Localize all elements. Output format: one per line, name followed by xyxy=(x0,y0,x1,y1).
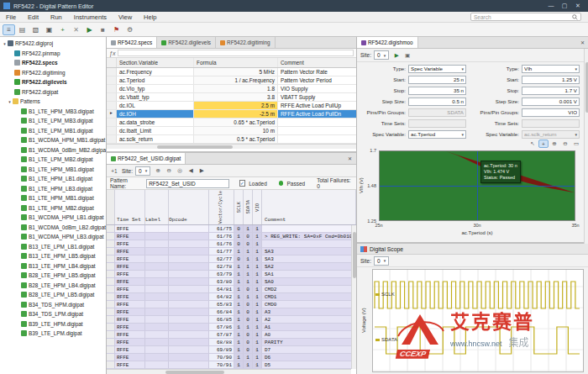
pattern-cell-opcode[interactable] xyxy=(169,308,209,315)
pattern-cell-sclk[interactable]: 1 xyxy=(234,248,244,255)
pattern-cell-label[interactable] xyxy=(145,248,169,255)
comment-cell[interactable]: Pattern Vector Rate xyxy=(278,68,356,76)
variable-cell[interactable]: ac.Tperiod xyxy=(117,76,194,84)
pattern-cell-sclk[interactable]: 1 xyxy=(234,233,244,240)
formula-cell[interactable]: 3.8 xyxy=(194,93,278,101)
pattern-cell-sdata[interactable]: 0 xyxy=(244,308,253,315)
pattern-cell-vio[interactable]: 1 xyxy=(253,278,262,285)
col-header-time-set[interactable]: Time Set xyxy=(115,190,145,224)
pattern-cell-opcode[interactable] xyxy=(169,361,209,368)
next-failure-icon[interactable]: ▶ xyxy=(197,166,207,175)
tree-pattern-file[interactable]: B1_LTE_LPM_MB3.digipat xyxy=(0,116,106,126)
zoom-in-icon[interactable]: ⊕ xyxy=(153,166,163,175)
pattern-cell-time-set[interactable]: RFFE xyxy=(115,255,145,262)
pattern-cell-vector-cycle[interactable]: 69/89 xyxy=(209,346,234,353)
close-button[interactable]: ✕ xyxy=(571,0,585,12)
zoom-in-icon[interactable]: ⊕ xyxy=(549,140,559,148)
pattern-cell-vector-cycle[interactable]: 61/77 xyxy=(209,248,234,255)
specs-row[interactable]: ac.Tperiod1 / ac.FrequencyPattern Vector… xyxy=(107,76,356,85)
pattern-cell-comment[interactable]: SA0 xyxy=(262,278,356,285)
pattern-cell-sclk[interactable]: 0 xyxy=(234,255,244,262)
maximize-button[interactable]: ▢ xyxy=(558,0,571,12)
pattern-cell-sdata[interactable]: 0 xyxy=(244,316,253,323)
pattern-cell-time-set[interactable]: RFFE xyxy=(115,361,145,368)
zoom-out-icon[interactable]: ⊖ xyxy=(560,140,570,148)
pattern-cell-sdata[interactable]: 0 xyxy=(244,339,253,345)
shmoo-vscrollbar[interactable] xyxy=(584,49,588,244)
tree-rf5422-digitiming[interactable]: RF5422.digitiming xyxy=(0,68,106,78)
pattern-cell-comment[interactable]: A2 xyxy=(262,316,356,323)
pattern-cell-sclk[interactable]: 1 xyxy=(234,308,244,315)
pattern-cell-vio[interactable]: 1 xyxy=(253,361,262,368)
menu-view[interactable]: View xyxy=(113,12,138,23)
pattern-cell-comment[interactable]: A3 xyxy=(262,308,356,315)
pattern-cell-sclk[interactable]: 0 xyxy=(234,225,244,232)
pattern-cell-opcode[interactable] xyxy=(169,255,209,262)
tree-rf5422-digipat[interactable]: RF5422.digipat xyxy=(0,87,106,97)
tree-pattern-file[interactable]: B1_LTE_HPM_MB1.digipat xyxy=(0,165,106,175)
pattern-cell-opcode[interactable] xyxy=(169,346,209,353)
tree-pattern-file[interactable]: B1_WCDMA_HPM_LB1.digipat xyxy=(0,213,106,223)
spec-variable-field[interactable]: ac.Tperiod▾ xyxy=(408,130,466,139)
pattern-cell-time-set[interactable]: RFFE xyxy=(115,278,145,285)
tab-rf5422-digishmoo[interactable]: RF5422.digishmoo xyxy=(357,37,418,48)
comment-cell[interactable]: VBATT Supply xyxy=(278,93,356,101)
pattern-cell-label[interactable] xyxy=(145,331,169,338)
pattern-cell-vio[interactable]: 1 xyxy=(253,346,262,353)
pattern-cell-sdata[interactable]: 0 xyxy=(244,233,253,240)
pattern-cell-opcode[interactable] xyxy=(169,293,209,300)
crosshair-icon[interactable]: + xyxy=(538,140,549,148)
pattern-cell-opcode[interactable] xyxy=(169,354,209,361)
pattern-cell-label[interactable] xyxy=(145,233,169,240)
pattern-row[interactable]: RFFE66/85101A2 xyxy=(107,316,356,324)
tab-rf5422-set-usid-digipat[interactable]: RF5422_Set_USID.digipat xyxy=(107,153,186,164)
pattern-cell-sdata[interactable]: 1 xyxy=(244,271,253,277)
variable-cell[interactable]: ac.data_strobe xyxy=(117,119,194,126)
pattern-cell-vector-cycle[interactable]: 63/79 xyxy=(209,271,234,277)
pattern-cell-vio[interactable]: 1 xyxy=(253,263,262,270)
pattern-cell-sclk[interactable]: 1 xyxy=(234,316,244,323)
pattern-cell-vector-cycle[interactable]: 68/88 xyxy=(209,339,234,345)
tree-pattern-file[interactable]: B13_LTE_HPM_LB4.digipat xyxy=(0,261,106,271)
pattern-cell-sclk[interactable]: 0 xyxy=(234,240,244,247)
tab-rf5422-digilevels[interactable]: RF5422.digilevels xyxy=(157,37,216,48)
tab-rf5422-specs[interactable]: RF5422.specs xyxy=(107,37,157,48)
pattern-cell-opcode[interactable] xyxy=(169,271,209,277)
variable-cell[interactable]: dc.Ibatt_Limit xyxy=(117,127,194,134)
pattern-cell-sdata[interactable]: 1 xyxy=(244,263,253,270)
col-header-vio[interactable]: VIO xyxy=(253,190,262,224)
stop-field[interactable]: 1.7 V xyxy=(522,87,580,95)
specs-row[interactable]: ▸dc.IOH-2.5 mRFFE Active Load PullDn xyxy=(107,110,356,119)
pattern-cell-label[interactable] xyxy=(145,293,169,300)
pattern-cell-opcode[interactable] xyxy=(169,278,209,285)
pattern-cell-vector-cycle[interactable]: 67/87 xyxy=(209,331,234,338)
pattern-cell-time-set[interactable]: RFFE xyxy=(115,271,145,277)
pattern-cell-comment[interactable] xyxy=(262,225,356,232)
pattern-cell-time-set[interactable]: RFFE xyxy=(115,233,145,240)
variable-cell[interactable]: ac.Frequency xyxy=(117,68,194,76)
pattern-cell-vector-cycle[interactable]: 70/91 xyxy=(209,361,234,368)
pattern-cell-vector-cycle[interactable]: 62/77 xyxy=(209,255,234,262)
pattern-cell-vio[interactable]: 1 xyxy=(253,324,262,330)
pattern-cell-comment[interactable]: PARITY xyxy=(262,339,356,345)
start-field[interactable]: 1.25 V xyxy=(522,76,580,84)
col-header-opcode[interactable]: Opcode xyxy=(169,190,209,224)
specs-row[interactable]: dc.VIo_typ1.8VIO Supply xyxy=(107,85,356,93)
loaded-checkbox[interactable]: ✓ xyxy=(239,180,246,187)
comment-cell[interactable]: Pattern Vector Period xyxy=(278,76,356,84)
pattern-cell-sdata[interactable]: 1 xyxy=(244,293,253,300)
pattern-cell-comment[interactable] xyxy=(262,240,356,247)
pattern-cell-comment[interactable]: CMD1 xyxy=(262,293,356,300)
pattern-cell-label[interactable] xyxy=(145,361,169,368)
pattern-cell-vector-cycle[interactable]: 61/75 xyxy=(209,225,234,232)
settings-icon[interactable]: ⚙ xyxy=(123,24,136,35)
pattern-cell-time-set[interactable]: RFFE xyxy=(115,308,145,315)
step-button[interactable]: +1 xyxy=(109,166,119,175)
tree-pattern-file[interactable]: B13_LTE_HPM_LB5.digipat xyxy=(0,251,106,261)
open-icon[interactable]: ▧ xyxy=(29,24,42,35)
pattern-cell-comment[interactable]: A0 xyxy=(262,331,356,338)
pattern-row[interactable]: RFFE62/77011SA3 xyxy=(107,255,356,263)
comment-cell[interactable]: RFFE Active Load PullDn xyxy=(278,110,356,118)
pattern-site-dropdown[interactable]: 0▾ xyxy=(135,166,150,176)
pattern-cell-label[interactable] xyxy=(145,278,169,285)
